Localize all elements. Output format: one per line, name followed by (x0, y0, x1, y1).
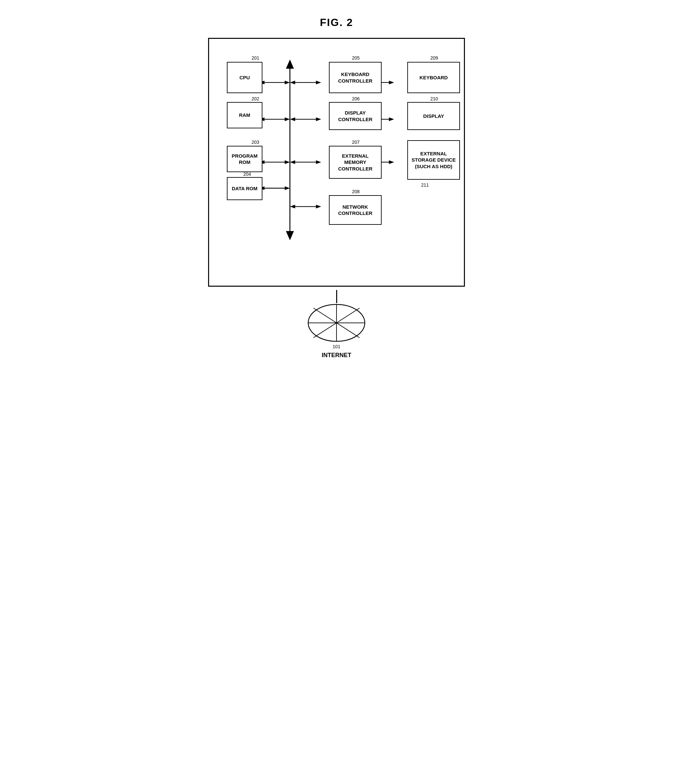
data-rom-box: DATA ROM (227, 177, 262, 200)
figure-title: FIG. 2 (208, 16, 465, 29)
main-diagram-box: CPU 201 RAM 202 PROGRAMROM 203 DATA ROM … (208, 38, 465, 287)
internet-ellipse (307, 303, 366, 343)
ref-204: 204 (243, 171, 251, 177)
svg-marker-30 (316, 205, 321, 208)
svg-marker-18 (285, 186, 290, 190)
cpu-box: CPU (227, 62, 262, 93)
display-controller-box: DISPLAYCONTROLLER (329, 102, 382, 130)
ref-101: 101 (333, 344, 340, 349)
ref-209: 209 (430, 55, 438, 61)
ref-207: 207 (352, 140, 360, 145)
ref-210: 210 (430, 96, 438, 101)
svg-marker-29 (290, 205, 295, 208)
ref-201: 201 (252, 55, 259, 61)
ref-203: 203 (252, 140, 259, 145)
display-box: DISPLAY (407, 102, 460, 130)
ref-202: 202 (252, 96, 259, 101)
svg-marker-36 (389, 118, 394, 121)
svg-marker-33 (389, 81, 394, 84)
svg-marker-23 (290, 118, 295, 121)
keyboard-box: KEYBOARD (407, 62, 460, 93)
ext-memory-controller-box: EXTERNALMEMORYCONTROLLER (329, 146, 382, 179)
internet-connection-line (336, 290, 337, 303)
svg-marker-5 (286, 59, 294, 69)
keyboard-controller-box: KEYBOARDCONTROLLER (329, 62, 382, 93)
svg-marker-20 (290, 81, 295, 84)
page: FIG. 2 (195, 6, 478, 372)
internet-section: 101 INTERNET (208, 290, 465, 359)
svg-marker-9 (285, 81, 290, 84)
internet-label: INTERNET (322, 352, 351, 359)
svg-marker-24 (316, 118, 321, 121)
ref-208: 208 (352, 189, 360, 194)
svg-marker-26 (290, 160, 295, 164)
svg-marker-15 (285, 160, 290, 164)
ref-206: 206 (352, 96, 360, 101)
ref-205: 205 (352, 55, 360, 61)
program-rom-box: PROGRAMROM (227, 146, 262, 172)
network-controller-box: NETWORKCONTROLLER (329, 195, 382, 225)
svg-marker-27 (316, 160, 321, 164)
external-storage-box: EXTERNALSTORAGE DEVICE(SUCH AS HDD) (407, 140, 460, 180)
svg-marker-12 (285, 118, 290, 121)
svg-marker-39 (389, 160, 394, 164)
svg-marker-6 (286, 231, 294, 240)
svg-marker-21 (316, 81, 321, 84)
ref-211: 211 (421, 182, 429, 188)
diagram-area: CPU 201 RAM 202 PROGRAMROM 203 DATA ROM … (217, 49, 456, 272)
ram-box: RAM (227, 102, 262, 128)
